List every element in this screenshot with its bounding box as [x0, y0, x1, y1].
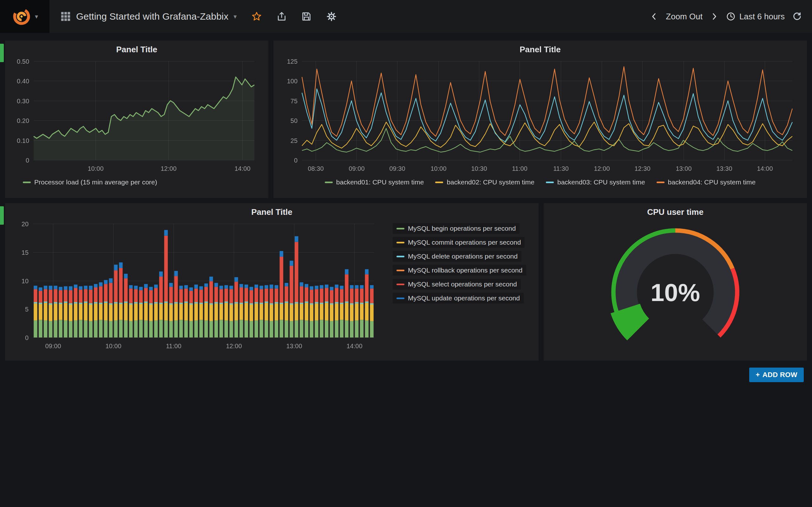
legend-color-dash [397, 284, 404, 285]
legend: MySQL begin operations per secondMySQL c… [383, 219, 532, 353]
time-shift-forward-button[interactable] [710, 12, 718, 20]
panel-title[interactable]: CPU user time [544, 203, 807, 219]
legend-color-dash [657, 181, 664, 183]
cpu-system-time-chart-canvas[interactable] [278, 56, 801, 176]
legend-label: MySQL begin operations per second [408, 225, 516, 232]
legend-color-dash [397, 270, 404, 271]
clock-icon [726, 12, 735, 21]
legend-color-dash [435, 181, 443, 183]
legend-item[interactable]: MySQL update operations per second [393, 293, 524, 303]
save-button[interactable] [301, 11, 311, 21]
panel-title[interactable]: Panel Title [5, 41, 268, 56]
legend-label: backend02: CPU system time [447, 178, 535, 186]
grafana-menu[interactable]: ▾ [0, 0, 49, 33]
legend: backend01: CPU system timebackend02: CPU… [273, 176, 807, 186]
caret-down-icon: ▾ [234, 13, 237, 20]
legend-item[interactable]: MySQL select operations per second [393, 279, 521, 290]
panel-mysql-operations: Panel Title MySQL begin operations per s… [5, 203, 539, 360]
legend-label: MySQL update operations per second [408, 294, 520, 302]
refresh-icon [792, 12, 802, 21]
legend-label: backend01: CPU system time [336, 178, 424, 186]
legend-item[interactable]: MySQL begin operations per second [393, 223, 519, 234]
panel-title[interactable]: Panel Title [273, 41, 807, 56]
add-row-label: ADD ROW [763, 371, 798, 379]
navbar: ▾ Getting Started with Grafana-Zabbix ▾ [0, 0, 812, 33]
panel-cpu-system-time: Panel Title backend01: CPU system timeba… [273, 41, 807, 198]
dashboard-row-2: Panel Title MySQL begin operations per s… [0, 203, 812, 366]
share-icon [276, 11, 287, 21]
dashboard-actions [251, 11, 337, 22]
legend-label: MySQL delete operations per second [408, 252, 518, 260]
legend-item[interactable]: backend01: CPU system time [325, 178, 424, 186]
legend-item[interactable]: MySQL commit operations per second [393, 237, 525, 248]
legend-color-dash [546, 181, 554, 183]
zoom-out-button[interactable]: Zoom Out [666, 12, 703, 21]
row-edit-tab[interactable] [0, 206, 4, 225]
legend-color-dash [397, 256, 404, 257]
legend-label: backend04: CPU system time [668, 178, 756, 186]
star-icon [251, 11, 262, 22]
time-shift-back-button[interactable] [650, 12, 658, 20]
legend-label: backend03: CPU system time [557, 178, 645, 186]
legend-label: MySQL select operations per second [408, 280, 517, 288]
time-controls: Zoom Out Last 6 hours [650, 12, 812, 21]
chevron-right-icon [710, 12, 718, 20]
save-icon [301, 11, 311, 21]
refresh-button[interactable] [792, 12, 802, 21]
legend-color-dash [23, 181, 31, 183]
legend-item[interactable]: MySQL delete operations per second [393, 251, 521, 262]
share-button[interactable] [276, 11, 287, 21]
legend-item[interactable]: Processor load (15 min average per core) [23, 178, 157, 186]
legend: Processor load (15 min average per core) [5, 176, 268, 186]
dashboard: Panel Title Processor load (15 min avera… [0, 33, 812, 384]
legend-item[interactable]: MySQL rollback operations per second [393, 265, 526, 276]
row-edit-tab[interactable] [0, 44, 4, 62]
time-range-picker[interactable]: Last 6 hours [726, 12, 785, 21]
legend-item[interactable]: backend02: CPU system time [435, 178, 535, 186]
panel-processor-load: Panel Title Processor load (15 min avera… [5, 41, 268, 198]
add-row-bar: + ADD ROW [0, 366, 812, 384]
panel-title[interactable]: Panel Title [5, 203, 539, 219]
dashboard-picker[interactable]: Getting Started with Grafana-Zabbix ▾ [49, 0, 241, 33]
legend-color-dash [397, 242, 404, 243]
mysql-operations-chart-canvas[interactable] [9, 219, 383, 353]
dashboard-row-1: Panel Title Processor load (15 min avera… [0, 41, 812, 203]
processor-load-chart-canvas[interactable] [9, 56, 263, 176]
legend-color-dash [397, 297, 404, 299]
chevron-left-icon [650, 12, 658, 20]
cpu-user-time-gauge-canvas[interactable] [548, 219, 802, 350]
dashboard-title: Getting Started with Grafana-Zabbix [76, 11, 229, 22]
legend-item[interactable]: backend04: CPU system time [657, 178, 756, 186]
time-range-label: Last 6 hours [740, 12, 785, 21]
legend-label: Processor load (15 min average per core) [34, 178, 157, 186]
legend-item[interactable]: backend03: CPU system time [546, 178, 645, 186]
legend-color-dash [325, 181, 333, 183]
panel-cpu-user-time: CPU user time [544, 203, 807, 360]
gear-icon [326, 11, 337, 22]
add-row-button[interactable]: + ADD ROW [749, 368, 804, 382]
favorite-star-button[interactable] [251, 11, 262, 22]
legend-label: MySQL rollback operations per second [408, 267, 522, 274]
dashboard-grid-icon [60, 11, 71, 22]
plus-icon: + [756, 371, 760, 379]
settings-button[interactable] [326, 11, 337, 22]
legend-label: MySQL commit operations per second [408, 239, 521, 246]
caret-down-icon: ▾ [35, 13, 38, 20]
legend-color-dash [397, 228, 404, 229]
grafana-logo [11, 6, 32, 26]
